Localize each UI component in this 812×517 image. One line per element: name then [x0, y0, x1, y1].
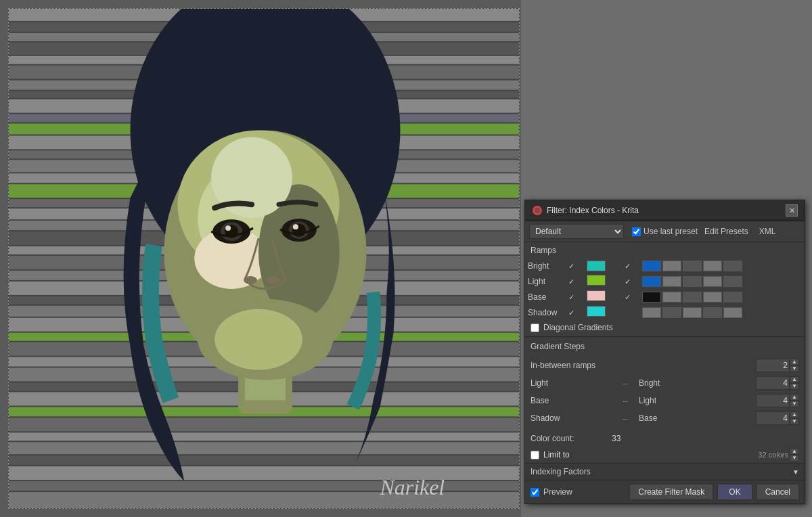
light-color1[interactable] [587, 275, 606, 286]
xml-button[interactable]: XML [755, 225, 780, 238]
light-color5[interactable] [703, 276, 722, 287]
gs-shadow-label: Shadow [531, 413, 612, 423]
bright-color1[interactable] [587, 261, 606, 271]
light-color6[interactable] [723, 276, 742, 287]
right-gray-area [667, 0, 812, 200]
limit-down[interactable]: ▼ [790, 455, 799, 462]
shadow-colors2 [642, 307, 802, 318]
svg-point-65 [535, 208, 540, 213]
preset-select[interactable]: Default [529, 224, 624, 239]
in-between-input[interactable] [756, 359, 790, 372]
limit-arrows: ▲ ▼ [790, 448, 799, 462]
bright-check1[interactable]: ✓ [568, 262, 574, 270]
gs-base-light-down[interactable]: ▼ [790, 401, 799, 407]
base-check2[interactable]: ✓ [625, 293, 631, 301]
base-color1[interactable] [587, 290, 606, 301]
gradient-steps-header: Gradient Steps [525, 338, 805, 355]
bright-color4[interactable] [683, 261, 702, 271]
shadow-color3[interactable] [662, 307, 681, 318]
gs-light-bright-up[interactable]: ▲ [790, 376, 799, 383]
bright-color2[interactable] [642, 261, 661, 271]
close-button[interactable]: ✕ [786, 204, 798, 217]
gs-base-light-input[interactable] [756, 394, 790, 407]
light-color4[interactable] [683, 276, 702, 287]
color-count-row: Color count: 33 [525, 430, 805, 447]
dialog-bottom: Preview Create Filter Mask OK Cancel [525, 480, 805, 503]
svg-rect-35 [9, 418, 519, 431]
svg-point-52 [225, 225, 231, 231]
in-between-arrows: ▲ ▼ [790, 359, 799, 372]
bright-color6[interactable] [723, 261, 742, 271]
base-color5[interactable] [703, 292, 722, 302]
gs-bright-name: Bright [639, 378, 679, 388]
light-check2[interactable]: ✓ [625, 277, 631, 286]
light-check1[interactable]: ✓ [568, 277, 574, 286]
svg-point-57 [244, 276, 257, 284]
gradient-steps-section: In-between ramps ▲ ▼ Light -- Bright [525, 355, 805, 430]
shadow-color4[interactable] [683, 307, 702, 318]
light-color2[interactable] [642, 276, 661, 287]
ramps-header: Ramps [525, 242, 805, 258]
shadow-color2[interactable] [642, 307, 661, 318]
limit-to-checkbox[interactable] [531, 451, 539, 459]
bright-colors [587, 261, 619, 271]
limit-value: 32 colors [758, 451, 788, 459]
in-between-label: In-between ramps [531, 361, 612, 370]
bright-color5[interactable] [703, 261, 722, 271]
ok-button[interactable]: OK [717, 484, 752, 500]
collapse-arrow[interactable]: ▼ [792, 468, 799, 476]
use-last-preset-check[interactable]: Use last preset [632, 227, 698, 236]
dialog-title-text: Filter: Index Colors - Krita [547, 206, 639, 215]
shadow-color5[interactable] [703, 307, 722, 318]
shadow-color6[interactable] [723, 307, 742, 318]
bright-check2[interactable]: ✓ [625, 262, 631, 270]
gs-light-bright-arrows: ▲ ▼ [790, 376, 799, 390]
preview-checkbox[interactable] [531, 488, 539, 497]
gs-light-label: Light [531, 378, 612, 388]
cancel-button[interactable]: Cancel [757, 484, 799, 500]
in-between-row: In-between ramps ▲ ▼ [531, 357, 799, 374]
light-colors2 [642, 276, 802, 287]
limit-up[interactable]: ▲ [790, 448, 799, 455]
limit-spinbox: 32 colors ▲ ▼ [758, 448, 799, 462]
use-last-preset-checkbox[interactable] [632, 227, 641, 236]
shadow-color1[interactable] [587, 306, 606, 317]
gs-shadow-base-arrows: ▲ ▼ [790, 411, 799, 425]
gs-shadow-base-input[interactable] [756, 411, 790, 425]
use-last-preset-label: Use last preset [644, 227, 698, 236]
gs-arrow-1: -- [612, 379, 639, 387]
dialog-titlebar: Filter: Index Colors - Krita ✕ [525, 200, 805, 221]
dialog-toolbar: Default Use last preset Edit Presets XML [525, 221, 805, 242]
gs-light-bright-input[interactable] [756, 376, 790, 390]
gs-light-bright-down[interactable]: ▼ [790, 383, 799, 390]
canvas-area: Narikel [0, 0, 521, 517]
limit-to-label: Limit to [543, 450, 570, 459]
diagonal-gradients-row: Diagonal Gradients [525, 320, 805, 335]
ramp-row-bright: Bright ✓ ✓ [525, 258, 805, 273]
create-filter-mask-button[interactable]: Create Filter Mask [629, 484, 713, 500]
ramp-row-shadow: Shadow ✓ [525, 305, 805, 320]
base-color6[interactable] [723, 292, 742, 302]
bright-color3[interactable] [662, 261, 681, 271]
base-check1[interactable]: ✓ [568, 293, 574, 301]
artwork: Narikel [8, 8, 520, 509]
diagonal-gradients-checkbox[interactable] [531, 323, 539, 332]
color-count-value: 33 [612, 434, 621, 443]
base-color3[interactable] [662, 292, 681, 302]
shadow-label: Shadow [525, 305, 566, 320]
svg-point-58 [267, 276, 280, 284]
dialog-content[interactable]: Ramps Bright ✓ ✓ [525, 242, 805, 480]
svg-rect-37 [9, 442, 519, 454]
edit-presets-button[interactable]: Edit Presets [700, 225, 752, 238]
gs-shadow-base-spinbox: ▲ ▼ [756, 411, 799, 425]
base-color2[interactable] [642, 292, 661, 302]
base-color4[interactable] [683, 292, 702, 302]
gs-shadow-base-down[interactable]: ▼ [790, 418, 799, 425]
in-between-down[interactable]: ▼ [790, 365, 799, 372]
gs-shadow-base-up[interactable]: ▲ [790, 411, 799, 418]
gs-arrow-2: -- [612, 397, 639, 405]
in-between-up[interactable]: ▲ [790, 359, 799, 365]
shadow-check1[interactable]: ✓ [568, 309, 574, 317]
light-color3[interactable] [662, 276, 681, 287]
gs-base-light-up[interactable]: ▲ [790, 394, 799, 401]
